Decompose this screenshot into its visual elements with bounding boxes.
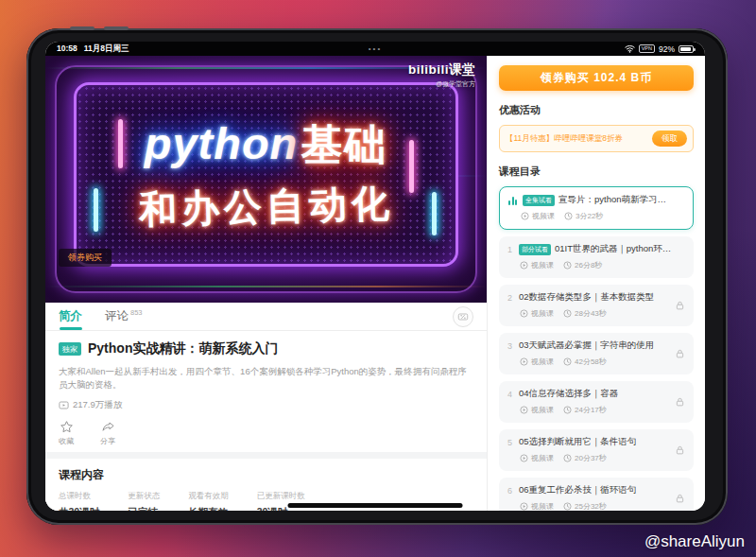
play-count: 217.9万播放	[73, 399, 122, 411]
buy-button[interactable]: 领券购买 102.4 B币	[499, 65, 694, 91]
course-description: 大家和Allen一起从新手村出发，用四个章节、16个案例解锁各种学习Python…	[59, 365, 473, 392]
neon-tube	[432, 192, 437, 235]
episode-meta-row: 视频课 26分8秒	[520, 260, 685, 270]
lock-icon	[675, 349, 685, 359]
stat-label: 总课时数	[59, 491, 99, 502]
favorite-button[interactable]: 收藏	[59, 420, 74, 446]
section-divider	[45, 452, 487, 459]
multitask-dots-icon[interactable]: •••	[369, 45, 382, 53]
stat-label: 观看有效期	[188, 491, 229, 502]
episode-meta-row: 视频课 3分22秒	[521, 211, 684, 221]
stat-label: 已更新课时数	[257, 491, 305, 502]
video-player[interactable]: python 基础 和办公自动化 bilibili课堂 @微学堂官方 领券购买	[45, 56, 487, 303]
play-circle-icon	[520, 454, 528, 462]
battery-icon	[679, 45, 694, 53]
episode-number: 4	[507, 390, 515, 399]
lock-icon	[675, 301, 685, 311]
claim-coupon-button[interactable]: 领取	[652, 131, 687, 147]
clock-icon	[563, 502, 572, 511]
episode-duration: 26分8秒	[575, 260, 602, 270]
lock-icon	[675, 445, 685, 456]
episode-number: 5	[507, 438, 515, 447]
lock-icon	[675, 397, 685, 408]
star-icon	[60, 420, 74, 434]
promo-heading: 优惠活动	[499, 103, 694, 117]
episode-card[interactable]: 5 05选择判断就用它｜条件语句 视频课 20分37秒	[499, 429, 694, 471]
course-title: Python实战精讲：萌新系统入门	[88, 340, 278, 357]
exclusive-badge: 独家	[59, 342, 81, 356]
tablet-screen: 10:58 11月8日周三 ••• VPN 92%	[45, 42, 705, 511]
clock-icon	[563, 406, 572, 414]
trial-badge: 部分试看	[519, 244, 551, 255]
coupon-text: 【11月特惠】哔哩哔哩课堂8折券	[506, 133, 646, 145]
play-circle-icon	[520, 309, 528, 318]
course-info-panel: 简介 评论853 独家 Python实战精讲：萌新系统入门 大家和Allen一起…	[45, 303, 487, 511]
vpn-badge: VPN	[639, 44, 655, 53]
play-icon	[59, 400, 69, 410]
neon-tube	[118, 119, 123, 168]
clock-icon	[563, 261, 572, 270]
stat-value: 已完结	[128, 506, 160, 512]
episode-card[interactable]: 6 06重复工作必杀技｜循环语句 视频课 25分32秒	[499, 478, 694, 511]
course-sidebar: 领券购买 102.4 B币 优惠活动 【11月特惠】哔哩哔哩课堂8折券 领取 课…	[487, 56, 705, 511]
share-icon	[101, 420, 115, 434]
home-indicator[interactable]	[288, 503, 463, 508]
episode-card[interactable]: 全集试看 宣导片：python萌新学习指南 视频课 3分22秒	[499, 186, 694, 230]
episode-title: 03天赋武器必掌握｜字符串的使用	[519, 339, 654, 352]
episode-number: 3	[507, 341, 515, 351]
coupon-icon[interactable]	[453, 306, 473, 327]
episode-title: 04信息存储选择多｜容器	[519, 388, 618, 400]
episode-duration: 28分43秒	[575, 308, 607, 319]
episode-number: 1	[507, 245, 515, 254]
episode-title: 02数据存储类型多｜基本数据类型	[519, 291, 654, 304]
episode-title: 01IT世界的武器｜python环境搭建_第一个	[555, 243, 672, 255]
tab-bar: 简介 评论853	[45, 303, 487, 331]
episode-duration: 20分37秒	[575, 453, 607, 463]
tab-intro[interactable]: 简介	[59, 303, 82, 330]
play-circle-icon	[520, 261, 528, 270]
neon-tube	[94, 188, 98, 232]
volume-down-button[interactable]	[104, 26, 129, 30]
bilibili-classroom-logo: bilibili课堂 @微学堂官方	[408, 61, 475, 89]
status-date: 11月8日周三	[84, 44, 129, 55]
episode-card[interactable]: 4 04信息存储选择多｜容器 视频课 24分17秒	[499, 381, 694, 423]
episode-duration: 42分58秒	[575, 357, 607, 367]
episode-meta-row: 视频课 25分32秒	[520, 501, 685, 511]
episode-type-label: 视频课	[532, 211, 555, 221]
stat-value: 长期有效	[188, 506, 229, 512]
clock-icon	[563, 454, 572, 462]
catalog-heading: 课程目录	[499, 165, 694, 179]
course-content-heading: 课程内容	[59, 467, 473, 483]
episode-type-label: 视频课	[531, 308, 554, 319]
play-circle-icon	[520, 357, 528, 366]
coupon-banner: 【11月特惠】哔哩哔哩课堂8折券 领取	[499, 125, 694, 152]
stat-label: 更新状态	[128, 491, 160, 502]
neon-tube	[409, 140, 414, 193]
episode-card[interactable]: 1 部分试看 01IT世界的武器｜python环境搭建_第一个 视频课 26分8…	[499, 236, 694, 278]
episode-card[interactable]: 2 02数据存储类型多｜基本数据类型 视频课 28分43秒	[499, 285, 694, 326]
left-column: python 基础 和办公自动化 bilibili课堂 @微学堂官方 领券购买	[45, 56, 487, 511]
battery-percent: 92%	[659, 44, 675, 54]
tablet-device: 10:58 11月8日周三 ••• VPN 92%	[26, 28, 728, 525]
episode-card[interactable]: 3 03天赋武器必掌握｜字符串的使用 视频课 42分58秒	[499, 333, 694, 374]
trial-badge: 全集试看	[523, 195, 555, 206]
episode-type-label: 视频课	[531, 357, 554, 367]
episode-meta-row: 视频课 20分37秒	[520, 453, 685, 463]
status-bar: 10:58 11月8日周三 ••• VPN 92%	[45, 42, 705, 56]
coupon-buy-chip[interactable]: 领券购买	[59, 249, 112, 267]
play-circle-icon	[521, 212, 529, 220]
play-circle-icon	[520, 502, 528, 511]
share-button[interactable]: 分享	[100, 420, 115, 446]
clock-icon	[564, 212, 573, 220]
clock-icon	[563, 309, 572, 318]
neon-billboard: python 基础 和办公自动化	[74, 82, 458, 267]
episode-title: 05选择判断就用它｜条件语句	[519, 436, 636, 448]
tab-comments[interactable]: 评论853	[105, 308, 143, 324]
play-circle-icon	[520, 406, 528, 414]
episode-meta-row: 视频课 24分17秒	[520, 405, 685, 415]
episode-number: 6	[507, 486, 515, 496]
neon-title-english: python	[145, 117, 299, 169]
volume-up-button[interactable]	[70, 26, 94, 30]
neon-title-chinese: 基础	[301, 117, 387, 173]
episode-type-label: 视频课	[531, 501, 554, 511]
